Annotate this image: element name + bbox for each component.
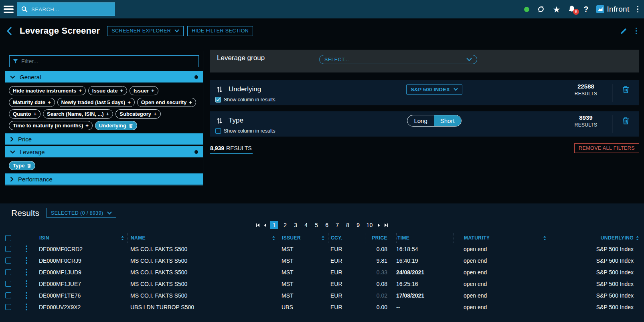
table-row[interactable]: DE000MF1TE76 MS CO.I. FAKTS S500 MST EUR… — [0, 290, 644, 301]
chip-issuer[interactable]: Issuer+ — [130, 86, 158, 95]
next-page-icon[interactable] — [377, 223, 381, 227]
chip-newly-traded[interactable]: Newly traded (last 5 days)+ — [57, 98, 135, 107]
row-checkbox[interactable] — [5, 269, 11, 275]
first-page-icon[interactable] — [255, 223, 260, 227]
back-chevron-icon[interactable] — [6, 26, 12, 36]
chip-quanto[interactable]: Quanto+ — [9, 109, 41, 119]
chip-time-to-maturity[interactable]: Time to maturity (in months)+ — [9, 121, 93, 130]
row-checkbox[interactable] — [5, 304, 11, 310]
sort-icon[interactable] — [543, 235, 547, 241]
page-7[interactable]: 7 — [334, 221, 341, 229]
row-menu-icon[interactable] — [16, 304, 37, 310]
chip-underlying-active[interactable]: Underlying — [95, 121, 137, 130]
type-show-column-checkbox[interactable]: Show column in results — [215, 128, 275, 134]
underlying-show-column-checkbox[interactable]: Show column in results — [215, 97, 275, 103]
column-header-ccy[interactable]: CCY. — [328, 233, 365, 243]
checkbox-unchecked-icon[interactable] — [215, 128, 221, 134]
table-row[interactable]: DE000MF0CRJ9 MS CO.I. FAKTS S500 MST EUR… — [0, 255, 644, 266]
cell-isin: DE000MF1TE76 — [37, 292, 128, 299]
page-2[interactable]: 2 — [282, 221, 289, 229]
row-checkbox[interactable] — [5, 281, 11, 287]
chip-search-name-isin[interactable]: Search (Name, ISIN, ...)+ — [43, 109, 113, 119]
row-checkbox[interactable] — [5, 292, 11, 298]
row-checkbox[interactable] — [5, 246, 11, 252]
sort-icon[interactable] — [272, 235, 275, 241]
selected-dropdown-button[interactable]: SELECTED (0 / 8939) — [47, 208, 116, 218]
edit-pencil-icon[interactable] — [620, 27, 628, 35]
column-header-time[interactable]: TIME — [396, 233, 454, 243]
screener-explorer-button[interactable]: SCREENER EXPLORER — [107, 26, 184, 36]
section-leverage[interactable]: Leverage — [5, 146, 203, 157]
page-6[interactable]: 6 — [324, 221, 330, 229]
page-9[interactable]: 9 — [355, 221, 362, 229]
row-checkbox[interactable] — [5, 258, 11, 264]
row-menu-icon[interactable] — [16, 246, 37, 252]
row-menu-icon[interactable] — [16, 292, 37, 299]
filter-search-box[interactable] — [9, 55, 199, 67]
overflow-menu-icon[interactable] — [637, 6, 639, 13]
chip-open-end-security[interactable]: Open end security+ — [137, 98, 196, 107]
column-header-maturity[interactable]: MATURITY — [454, 233, 550, 243]
search-icon — [21, 6, 28, 12]
page-1[interactable]: 1 — [270, 221, 278, 229]
row-menu-icon[interactable] — [16, 269, 37, 276]
row-menu-icon[interactable] — [16, 280, 37, 287]
chip-maturity-date[interactable]: Maturity date+ — [9, 98, 55, 107]
page-5[interactable]: 5 — [313, 221, 320, 229]
page-3[interactable]: 3 — [292, 221, 299, 229]
previous-page-icon[interactable] — [263, 223, 267, 227]
row-menu-icon[interactable] — [16, 257, 37, 264]
page-overflow-menu-icon[interactable] — [636, 28, 637, 34]
search-input[interactable] — [31, 6, 103, 12]
toggle-option-long[interactable]: Long — [407, 115, 433, 126]
remove-all-filters-button[interactable]: REMOVE ALL FILTERS — [574, 143, 639, 153]
page-4[interactable]: 4 — [303, 221, 310, 229]
filter-input[interactable] — [21, 58, 195, 64]
hamburger-menu-icon[interactable] — [0, 6, 17, 13]
total-results-link[interactable]: 8,939 RESULTS — [210, 143, 253, 154]
favorites-star-icon[interactable]: ★ — [553, 5, 560, 14]
column-header-price[interactable]: PRICE — [365, 233, 396, 243]
last-page-icon[interactable] — [384, 223, 389, 227]
column-header-issuer[interactable]: ISSUER — [279, 233, 328, 243]
column-header-isin[interactable]: ISIN — [37, 233, 128, 243]
sort-icon[interactable] — [121, 235, 124, 241]
trash-icon[interactable] — [129, 123, 133, 128]
table-row[interactable]: DE000MF1JUD9 MS CO.I. FAKTS S500 MST EUR… — [0, 266, 644, 278]
page-8[interactable]: 8 — [344, 221, 351, 229]
chip-subcategory[interactable]: Subcategory+ — [115, 109, 160, 119]
sort-updown-icon[interactable] — [217, 117, 223, 124]
type-results-count: 8939 RESULTS — [560, 114, 612, 128]
trash-icon[interactable] — [27, 163, 31, 168]
cell-ccy: EUR — [328, 269, 365, 276]
remove-type-filter-trash-icon[interactable] — [612, 111, 639, 130]
help-icon[interactable]: ? — [583, 5, 588, 14]
cell-time: 16:18:54 — [396, 246, 454, 252]
notifications-bell-icon[interactable]: 6 — [568, 5, 576, 13]
leverage-group-select[interactable]: SELECT... — [319, 55, 477, 64]
add-icon: + — [85, 123, 89, 129]
sort-icon[interactable] — [636, 235, 639, 241]
hide-filter-section-button[interactable]: HIDE FILTER SECTION — [187, 26, 253, 36]
chip-hide-inactive[interactable]: Hide inactive instruments+ — [9, 86, 86, 95]
table-row[interactable]: DE000UV2X9X2 UBS LDN TURBOP S500 UBS EUR… — [0, 301, 644, 313]
section-price[interactable]: Price — [5, 133, 203, 145]
section-performance[interactable]: Performance — [5, 173, 203, 185]
page-10[interactable]: 10 — [365, 221, 374, 229]
chip-type-active[interactable]: Type — [9, 161, 35, 170]
table-row[interactable]: DE000MF0CRD2 MS CO.I. FAKTS S500 MST EUR… — [0, 243, 644, 255]
checkbox-checked-icon[interactable] — [215, 97, 221, 103]
sort-updown-icon[interactable] — [217, 86, 223, 93]
section-general[interactable]: General — [5, 71, 203, 83]
remove-underlying-filter-trash-icon[interactable] — [612, 80, 639, 99]
sync-icon[interactable] — [537, 5, 545, 13]
select-all-checkbox[interactable] — [5, 235, 11, 241]
underlying-value-dropdown[interactable]: S&P 500 INDEX — [406, 85, 462, 95]
column-header-underlying[interactable]: UNDERLYING — [550, 233, 644, 243]
global-search[interactable] — [17, 2, 115, 16]
column-header-name[interactable]: NAME — [128, 233, 279, 243]
table-row[interactable]: DE000MF1JUE7 MS CO.I. FAKTS S500 MST EUR… — [0, 278, 644, 290]
toggle-option-short-selected[interactable]: Short — [434, 115, 461, 126]
chip-issue-date[interactable]: Issue date+ — [88, 86, 127, 95]
sort-icon[interactable] — [321, 235, 325, 241]
